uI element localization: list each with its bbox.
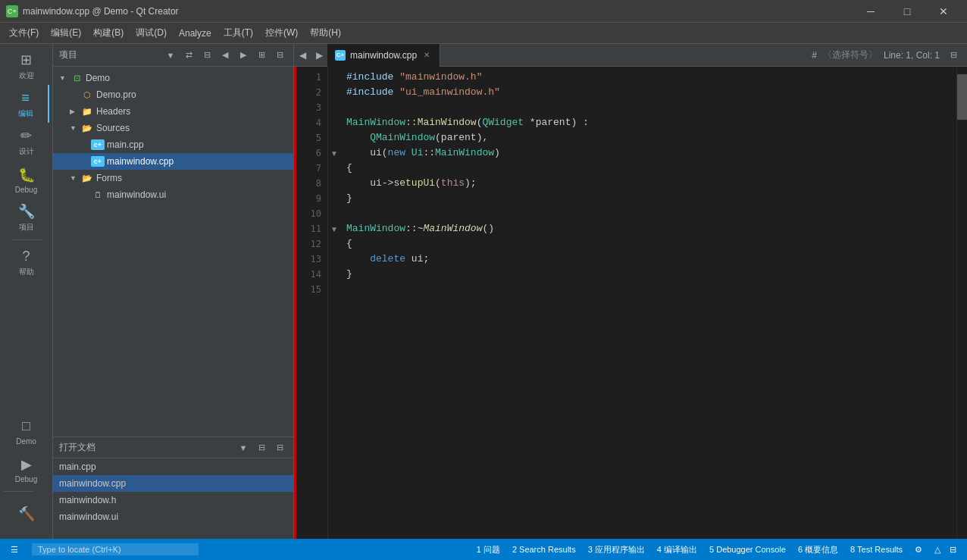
line-num-6: 6 [294, 145, 321, 161]
code-fold-area: ▼ ▼ [328, 67, 340, 539]
sidebar-item-edit[interactable]: ≡ 编辑 [4, 85, 49, 123]
open-doc-mainwindow-cpp-label: mainwindow.cpp [59, 478, 126, 489]
status-search-results[interactable]: 2 Search Results [508, 539, 581, 560]
status-settings-btn[interactable]: ⚙ [910, 539, 927, 560]
tree-item-demo-pro[interactable]: ⬡ Demo.pro [53, 86, 293, 103]
project-label: 项目 [19, 222, 34, 233]
tree-item-sources[interactable]: ▼ 📂 Sources [53, 120, 293, 136]
status-right: △ ⊟ [930, 539, 961, 560]
locate-input[interactable] [32, 543, 199, 555]
welcome-icon: ⊞ [17, 51, 36, 69]
sidebar-item-help[interactable]: ? 帮助 [4, 243, 49, 281]
edit-icon: ≡ [17, 89, 35, 107]
tree-item-demo-root[interactable]: ▼ ⊡ Demo [53, 70, 293, 86]
tab-close-mainwindow-cpp[interactable]: ✕ [421, 50, 432, 61]
status-panel-btn[interactable]: ⊟ [945, 539, 961, 560]
status-debugger-console[interactable]: 5 Debugger Console [705, 539, 790, 560]
open-doc-mainwindow-ui[interactable]: mainwindow.ui [53, 508, 293, 525]
fold-4 [328, 115, 340, 130]
line-num-8: 8 [294, 176, 321, 191]
tab-nav-back[interactable]: ◀ [294, 44, 311, 67]
sidebar-item-welcome[interactable]: ⊞ 欢迎 [4, 47, 49, 85]
close-button[interactable]: ✕ [926, 0, 961, 23]
status-toggle-btn[interactable]: ☰ [6, 539, 23, 560]
build-tool-icon: 🔨 [17, 505, 36, 523]
sidebar-bottom: □ Demo ▶ Debug 🔨 [4, 412, 49, 533]
panel-nav-back[interactable]: ◀ [217, 48, 233, 63]
line-num-9: 9 [294, 191, 321, 206]
minimize-button[interactable]: ─ [853, 0, 888, 23]
error-marker [294, 67, 296, 539]
menu-file[interactable]: 文件(F) [3, 23, 45, 42]
cpp-icon-main: c+ [91, 139, 105, 150]
status-overview[interactable]: 6 概要信息 [793, 539, 843, 560]
fold-6[interactable]: ▼ [328, 145, 340, 161]
menu-tools[interactable]: 工具(T) [217, 23, 259, 42]
sidebar-item-debug[interactable]: 🐛 Debug [4, 161, 49, 199]
status-problems[interactable]: 1 问题 [472, 539, 505, 560]
status-app-output[interactable]: 3 应用程序输出 [584, 539, 649, 560]
panel-sync-btn[interactable]: ⇄ [181, 48, 196, 63]
tree-item-forms[interactable]: ▼ 📂 Forms [53, 170, 293, 186]
menu-debug[interactable]: 调试(D) [130, 23, 173, 42]
fold-11[interactable]: ▼ [328, 221, 340, 236]
tree-item-mainwindow-ui[interactable]: 🗒 mainwindow.ui [53, 186, 293, 203]
line-num-11: 11 [294, 221, 321, 236]
open-doc-mainwindow-cpp[interactable]: mainwindow.cpp [53, 475, 293, 492]
menu-edit[interactable]: 编辑(E) [45, 23, 87, 42]
code-line-9: } [346, 192, 352, 204]
line-num-2: 2 [294, 85, 321, 100]
menu-controls[interactable]: 控件(W) [259, 23, 304, 42]
title-bar: C+ mainwindow.cpp @ Demo - Qt Creator ─ … [0, 0, 967, 23]
open-doc-main-cpp[interactable]: main.cpp [53, 458, 293, 475]
open-docs-close[interactable]: ⊟ [272, 440, 287, 455]
code-line-5: QMainWindow(parent), [346, 132, 488, 143]
code-editor[interactable]: 1 2 3 4 5 6 7 8 9 10 11 12 13 14 15 [294, 67, 967, 539]
sidebar-item-design[interactable]: ✏ 设计 [4, 123, 49, 161]
panel-nav-forward[interactable]: ▶ [236, 48, 251, 63]
status-expand-btn[interactable]: △ [930, 539, 945, 560]
tab-nav-forward[interactable]: ▶ [311, 44, 327, 67]
editor-scrollbar-thumb[interactable] [957, 74, 967, 120]
status-test-results[interactable]: 8 Test Results [846, 539, 907, 560]
editor-expand-btn[interactable]: ⊟ [946, 48, 961, 63]
design-icon: ✏ [17, 127, 36, 145]
panel-split-btn[interactable]: ⊟ [199, 48, 214, 63]
code-line-10 [346, 208, 352, 219]
tree-item-headers[interactable]: ▶ 📁 Headers [53, 103, 293, 120]
menu-build[interactable]: 构建(B) [87, 23, 130, 42]
mainwindow-cpp-label: mainwindow.cpp [107, 156, 174, 167]
headers-folder-icon: 📁 [80, 106, 94, 117]
editor-scrollbar[interactable] [956, 67, 967, 539]
sidebar-item-build-tool[interactable]: 🔨 [4, 495, 49, 533]
ui-icon: 🗒 [91, 189, 105, 200]
maximize-button[interactable]: □ [890, 0, 925, 23]
tree-item-mainwindow-cpp[interactable]: c+ mainwindow.cpp [53, 153, 293, 170]
tree-item-main-cpp[interactable]: c+ main.cpp [53, 136, 293, 153]
line-num-14: 14 [294, 267, 321, 282]
sidebar-item-project[interactable]: 🔧 项目 [4, 199, 49, 236]
demo-root-label: Demo [86, 73, 110, 83]
sidebar-item-debug2[interactable]: ▶ Debug [4, 450, 49, 488]
panel-filter-btn[interactable]: ▼ [163, 48, 178, 63]
status-search[interactable] [26, 543, 469, 555]
fold-3 [328, 100, 340, 115]
code-content[interactable]: #include "mainwindow.h" #include "ui_mai… [340, 67, 956, 539]
panel-expand-btn[interactable]: ⊞ [254, 48, 269, 63]
panel-collapse-btn[interactable]: ⊟ [272, 48, 287, 63]
code-line-1: #include "mainwindow.h" [346, 71, 482, 83]
menu-help[interactable]: 帮助(H) [304, 23, 347, 42]
open-doc-mainwindow-h[interactable]: mainwindow.h [53, 492, 293, 508]
sidebar-item-demo[interactable]: □ Demo [4, 412, 49, 450]
app-icon: C+ [6, 5, 18, 17]
code-line-2: #include "ui_mainwindow.h" [346, 86, 500, 98]
status-compile-output[interactable]: 4 编译输出 [652, 539, 702, 560]
title-bar-controls: ─ □ ✕ [853, 0, 961, 23]
open-docs-header: 打开文档 ▼ ⊟ ⊟ [53, 437, 293, 458]
open-docs-filter[interactable]: ▼ [236, 440, 251, 455]
menu-analyze[interactable]: Analyze [173, 25, 217, 42]
line-num-7: 7 [294, 161, 321, 176]
open-docs-split[interactable]: ⊟ [254, 440, 269, 455]
tab-mainwindow-cpp[interactable]: C+ mainwindow.cpp ✕ [327, 44, 440, 67]
arrow-sources: ▼ [70, 124, 80, 132]
